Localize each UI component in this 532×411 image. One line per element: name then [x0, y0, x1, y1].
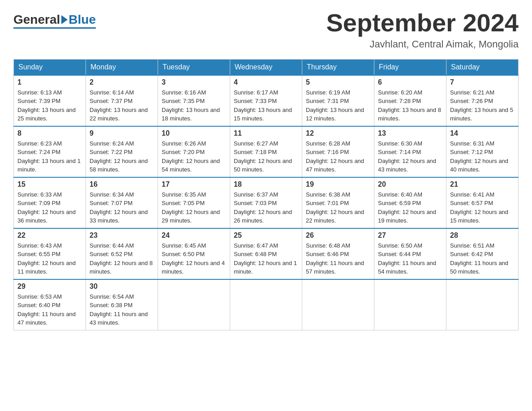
- day-info: Sunrise: 6:40 AM Sunset: 6:59 PM Dayligh…: [378, 190, 442, 225]
- calendar-cell: [302, 279, 374, 330]
- calendar-cell: 23 Sunrise: 6:44 AM Sunset: 6:52 PM Dayl…: [86, 228, 158, 279]
- daylight-label: Daylight: 12 hours and 50 minutes.: [234, 158, 292, 173]
- sunset-label: Sunset: 7:33 PM: [234, 98, 277, 104]
- day-info: Sunrise: 6:13 AM Sunset: 7:39 PM Dayligh…: [17, 88, 82, 123]
- calendar-cell: 7 Sunrise: 6:21 AM Sunset: 7:26 PM Dayli…: [446, 75, 519, 126]
- day-info: Sunrise: 6:14 AM Sunset: 7:37 PM Dayligh…: [90, 88, 154, 123]
- daylight-label: Daylight: 12 hours and 43 minutes.: [378, 158, 436, 173]
- sunrise-label: Sunrise: 6:21 AM: [450, 89, 494, 96]
- day-number: 28: [450, 231, 515, 240]
- sunset-label: Sunset: 7:35 PM: [162, 98, 205, 104]
- day-number: 2: [90, 78, 154, 86]
- sunrise-label: Sunrise: 6:16 AM: [162, 89, 206, 96]
- calendar-cell: 20 Sunrise: 6:40 AM Sunset: 6:59 PM Dayl…: [374, 177, 446, 228]
- day-info: Sunrise: 6:31 AM Sunset: 7:12 PM Dayligh…: [450, 139, 515, 174]
- day-info: Sunrise: 6:44 AM Sunset: 6:52 PM Dayligh…: [90, 241, 154, 276]
- day-info: Sunrise: 6:38 AM Sunset: 7:01 PM Dayligh…: [306, 190, 370, 225]
- calendar-week-row: 8 Sunrise: 6:23 AM Sunset: 7:24 PM Dayli…: [14, 126, 519, 177]
- day-number: 5: [306, 78, 370, 86]
- sunset-label: Sunset: 7:01 PM: [306, 200, 349, 206]
- logo-blue-text: Blue: [69, 13, 96, 26]
- calendar-cell: 2 Sunrise: 6:14 AM Sunset: 7:37 PM Dayli…: [86, 75, 158, 126]
- sunset-label: Sunset: 6:48 PM: [234, 251, 277, 257]
- sunset-label: Sunset: 7:37 PM: [90, 98, 133, 104]
- calendar-week-row: 1 Sunrise: 6:13 AM Sunset: 7:39 PM Dayli…: [14, 75, 519, 126]
- daylight-label: Daylight: 13 hours and 18 minutes.: [162, 107, 220, 122]
- calendar-cell: 18 Sunrise: 6:37 AM Sunset: 7:03 PM Dayl…: [230, 177, 302, 228]
- day-info: Sunrise: 6:33 AM Sunset: 7:09 PM Dayligh…: [17, 190, 82, 225]
- daylight-label: Daylight: 13 hours and 1 minute.: [17, 158, 81, 173]
- day-number: 13: [378, 129, 442, 137]
- sunrise-label: Sunrise: 6:27 AM: [234, 140, 278, 147]
- sunset-label: Sunset: 7:07 PM: [90, 200, 133, 206]
- sunset-label: Sunset: 6:46 PM: [306, 251, 349, 257]
- calendar-week-row: 15 Sunrise: 6:33 AM Sunset: 7:09 PM Dayl…: [14, 177, 519, 228]
- day-number: 8: [17, 129, 82, 137]
- daylight-label: Daylight: 12 hours and 58 minutes.: [90, 158, 148, 173]
- day-number: 12: [306, 129, 370, 137]
- sunrise-label: Sunrise: 6:19 AM: [306, 89, 350, 96]
- calendar-cell: 16 Sunrise: 6:34 AM Sunset: 7:07 PM Dayl…: [86, 177, 158, 228]
- sunrise-label: Sunrise: 6:17 AM: [234, 89, 278, 96]
- calendar-cell: 13 Sunrise: 6:30 AM Sunset: 7:14 PM Dayl…: [374, 126, 446, 177]
- location-subtitle: Javhlant, Central Aimak, Mongolia: [326, 39, 519, 50]
- sunset-label: Sunset: 6:40 PM: [17, 302, 60, 308]
- day-number: 23: [90, 231, 154, 240]
- col-header-friday: Friday: [374, 59, 446, 75]
- daylight-label: Daylight: 12 hours and 11 minutes.: [17, 260, 76, 275]
- day-info: Sunrise: 6:54 AM Sunset: 6:38 PM Dayligh…: [90, 292, 154, 327]
- day-number: 20: [378, 180, 442, 188]
- day-number: 29: [17, 283, 82, 291]
- month-year-title: September 2024: [326, 9, 519, 37]
- sunrise-label: Sunrise: 6:54 AM: [90, 293, 134, 300]
- col-header-sunday: Sunday: [14, 59, 86, 75]
- day-info: Sunrise: 6:37 AM Sunset: 7:03 PM Dayligh…: [234, 190, 298, 225]
- calendar-cell: 9 Sunrise: 6:24 AM Sunset: 7:22 PM Dayli…: [86, 126, 158, 177]
- daylight-label: Daylight: 13 hours and 15 minutes.: [234, 107, 292, 122]
- calendar-cell: 25 Sunrise: 6:47 AM Sunset: 6:48 PM Dayl…: [230, 228, 302, 279]
- col-header-wednesday: Wednesday: [230, 59, 302, 75]
- sunrise-label: Sunrise: 6:47 AM: [234, 242, 278, 249]
- calendar-cell: [230, 279, 302, 330]
- day-number: 27: [378, 231, 442, 240]
- sunrise-label: Sunrise: 6:20 AM: [378, 89, 422, 96]
- daylight-label: Daylight: 11 hours and 50 minutes.: [450, 260, 508, 275]
- daylight-label: Daylight: 13 hours and 12 minutes.: [306, 107, 364, 122]
- sunrise-label: Sunrise: 6:48 AM: [306, 242, 350, 249]
- sunrise-label: Sunrise: 6:35 AM: [162, 191, 206, 198]
- daylight-label: Daylight: 11 hours and 47 minutes.: [17, 311, 76, 326]
- day-number: 14: [450, 129, 515, 137]
- day-number: 6: [378, 78, 442, 86]
- calendar-cell: 24 Sunrise: 6:45 AM Sunset: 6:50 PM Dayl…: [158, 228, 230, 279]
- day-number: 16: [90, 180, 154, 188]
- day-info: Sunrise: 6:51 AM Sunset: 6:42 PM Dayligh…: [450, 241, 515, 276]
- daylight-label: Daylight: 13 hours and 5 minutes.: [450, 107, 513, 122]
- sunset-label: Sunset: 7:26 PM: [450, 98, 493, 104]
- day-number: 17: [162, 180, 226, 188]
- sunrise-label: Sunrise: 6:30 AM: [378, 140, 422, 147]
- daylight-label: Daylight: 12 hours and 4 minutes.: [162, 260, 225, 275]
- sunrise-label: Sunrise: 6:24 AM: [90, 140, 134, 147]
- sunset-label: Sunset: 7:28 PM: [378, 98, 421, 104]
- col-header-saturday: Saturday: [446, 59, 519, 75]
- daylight-label: Daylight: 12 hours and 15 minutes.: [450, 209, 508, 224]
- calendar-cell: 27 Sunrise: 6:50 AM Sunset: 6:44 PM Dayl…: [374, 228, 446, 279]
- calendar-cell: 11 Sunrise: 6:27 AM Sunset: 7:18 PM Dayl…: [230, 126, 302, 177]
- sunset-label: Sunset: 7:24 PM: [17, 149, 60, 155]
- sunset-label: Sunset: 7:03 PM: [234, 200, 277, 206]
- sunset-label: Sunset: 6:57 PM: [450, 200, 493, 206]
- day-info: Sunrise: 6:43 AM Sunset: 6:55 PM Dayligh…: [17, 241, 82, 276]
- day-number: 1: [17, 78, 82, 86]
- day-number: 26: [306, 231, 370, 240]
- col-header-monday: Monday: [86, 59, 158, 75]
- day-number: 11: [234, 129, 298, 137]
- day-info: Sunrise: 6:28 AM Sunset: 7:16 PM Dayligh…: [306, 139, 370, 174]
- daylight-label: Daylight: 12 hours and 8 minutes.: [90, 260, 153, 275]
- day-number: 19: [306, 180, 370, 188]
- sunrise-label: Sunrise: 6:43 AM: [17, 242, 62, 249]
- calendar-cell: 1 Sunrise: 6:13 AM Sunset: 7:39 PM Dayli…: [14, 75, 86, 126]
- sunset-label: Sunset: 6:42 PM: [450, 251, 493, 257]
- daylight-label: Daylight: 13 hours and 25 minutes.: [17, 107, 76, 122]
- day-info: Sunrise: 6:50 AM Sunset: 6:44 PM Dayligh…: [378, 241, 442, 276]
- day-number: 18: [234, 180, 298, 188]
